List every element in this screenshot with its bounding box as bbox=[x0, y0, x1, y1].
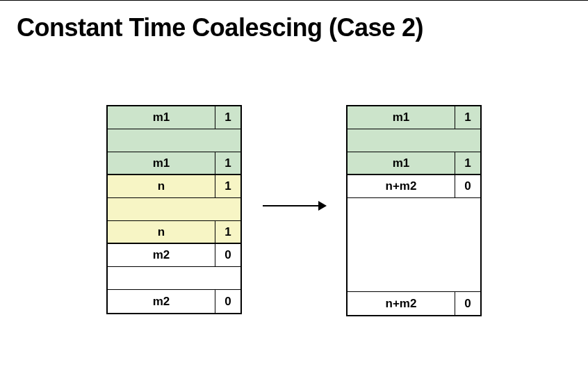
block-footer: n+m20 bbox=[348, 292, 480, 315]
size-cell: m1 bbox=[348, 152, 455, 174]
block-footer: m11 bbox=[348, 152, 480, 175]
diagram-stage: m11m11n1n1m20m20 m11m11n+m20n+m20 bbox=[0, 105, 588, 321]
alloc-bit-cell: 0 bbox=[455, 292, 480, 315]
alloc-bit-cell: 0 bbox=[215, 244, 240, 266]
size-cell: n bbox=[108, 221, 215, 243]
alloc-bit-cell: 0 bbox=[455, 175, 480, 197]
alloc-bit-cell: 1 bbox=[215, 221, 240, 243]
block-payload bbox=[108, 129, 240, 152]
alloc-bit-cell: 1 bbox=[215, 152, 240, 174]
alloc-bit-cell: 1 bbox=[215, 175, 240, 197]
size-cell: m2 bbox=[108, 290, 215, 313]
block-header: m11 bbox=[348, 106, 480, 129]
block-footer: n1 bbox=[108, 221, 240, 244]
size-cell: m1 bbox=[348, 106, 455, 129]
block-header: m11 bbox=[108, 106, 240, 129]
block-header: m20 bbox=[108, 244, 240, 267]
size-cell: n bbox=[108, 175, 215, 197]
alloc-bit-cell: 1 bbox=[215, 106, 240, 129]
size-cell bbox=[108, 267, 240, 289]
size-cell bbox=[108, 198, 240, 220]
arrow-icon bbox=[263, 205, 325, 206]
size-cell bbox=[348, 129, 480, 152]
arrow-wrap bbox=[242, 105, 346, 321]
after-block: m11m11n+m20n+m20 bbox=[346, 105, 482, 316]
block-payload bbox=[348, 198, 480, 292]
alloc-bit-cell: 0 bbox=[215, 290, 240, 313]
block-footer: m11 bbox=[108, 152, 240, 175]
block-header: n1 bbox=[108, 175, 240, 198]
size-cell: m1 bbox=[108, 106, 215, 129]
block-header: n+m20 bbox=[348, 175, 480, 198]
size-cell: m1 bbox=[108, 152, 215, 174]
size-cell: n+m2 bbox=[348, 175, 455, 197]
block-payload bbox=[348, 129, 480, 152]
alloc-bit-cell: 1 bbox=[455, 106, 480, 129]
block-payload bbox=[108, 198, 240, 221]
before-block: m11m11n1n1m20m20 bbox=[106, 105, 242, 314]
page-title: Constant Time Coalescing (Case 2) bbox=[0, 1, 588, 42]
size-cell bbox=[108, 129, 240, 152]
block-payload bbox=[108, 267, 240, 290]
alloc-bit-cell: 1 bbox=[455, 152, 480, 174]
size-cell: m2 bbox=[108, 244, 215, 266]
block-footer: m20 bbox=[108, 290, 240, 313]
size-cell: n+m2 bbox=[348, 292, 455, 315]
size-cell bbox=[348, 198, 480, 291]
